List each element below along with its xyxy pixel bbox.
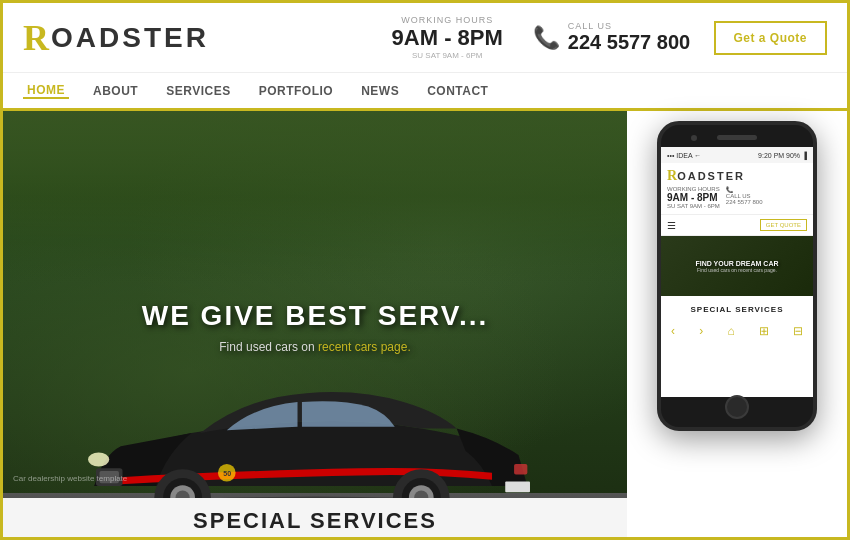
phone-time-sub: SU SAT 9AM - 6PM <box>667 203 720 209</box>
nav-item-contact[interactable]: CONTACT <box>423 84 492 98</box>
svg-point-11 <box>88 452 109 466</box>
phone-hero-title: FIND YOUR DREAM CAR <box>695 260 778 267</box>
main-nav: HOME ABOUT SERVICES PORTFOLIO NEWS CONTA… <box>3 73 847 111</box>
logo-area: R OADSTER <box>23 20 368 56</box>
phone-status-left: ••• IDEA ← <box>667 152 701 159</box>
phone-nav-home-icon[interactable]: ⌂ <box>727 324 734 338</box>
call-info: CALL US 224 5577 800 <box>568 21 690 54</box>
car-container: 50 <box>3 219 627 540</box>
logo-text: OADSTER <box>51 22 209 54</box>
phone-screen: ••• IDEA ← 9:20 PM 90% ▐ R OADSTER WORKI… <box>661 147 813 397</box>
phone-info-row: WORKING HOURS 9AM - 8PM SU SAT 9AM - 6PM… <box>667 186 807 209</box>
phone-status-bar: ••• IDEA ← 9:20 PM 90% ▐ <box>661 147 813 163</box>
svg-rect-12 <box>514 463 527 474</box>
phone-bottom-nav: ‹ › ⌂ ⊞ ⊟ <box>667 318 807 344</box>
phone-logo-r: R <box>667 168 677 184</box>
phone-nav-share[interactable]: ⊟ <box>793 324 803 338</box>
working-hours-sub: SU SAT 9AM - 6PM <box>392 51 503 60</box>
hero-title: WE GIVE BEST SERV... <box>34 300 596 332</box>
phone-speaker <box>717 135 757 140</box>
call-area: 📞 CALL US 224 5577 800 <box>533 21 690 54</box>
svg-rect-13 <box>505 481 530 492</box>
nav-item-news[interactable]: NEWS <box>357 84 403 98</box>
get-quote-button[interactable]: Get a Quote <box>714 21 828 55</box>
phone-hero: FIND YOUR DREAM CAR Find used cars on re… <box>661 236 813 296</box>
phone-home-button[interactable] <box>725 395 749 419</box>
logo-r: R <box>23 20 49 56</box>
phone-icon: 📞 <box>533 25 560 51</box>
phone-nav-forward[interactable]: › <box>699 324 703 338</box>
hero-bottom-label: Car dealership website template <box>13 474 127 483</box>
hero-section: 50 WE GIVE BEST SERV... Find used cars o… <box>3 111 627 540</box>
working-hours: WORKING HOURS 9AM - 8PM SU SAT 9AM - 6PM <box>392 15 503 60</box>
phone-quote-button[interactable]: GET QUOTE <box>760 219 807 231</box>
nav-item-home[interactable]: HOME <box>23 83 69 99</box>
special-services-title: SPECIAL SERVICES <box>193 508 437 534</box>
nav-item-portfolio[interactable]: PORTFOLIO <box>255 84 338 98</box>
phone-nav-row: ☰ GET QUOTE <box>661 215 813 236</box>
phone-header: R OADSTER WORKING HOURS 9AM - 8PM SU SAT… <box>661 163 813 215</box>
phone-hero-content: FIND YOUR DREAM CAR Find used cars on re… <box>695 260 778 273</box>
hamburger-icon[interactable]: ☰ <box>667 220 676 231</box>
phone-bottom-section: SPECIAL SERVICES ‹ › ⌂ ⊞ ⊟ <box>661 296 813 349</box>
main-content: 50 WE GIVE BEST SERV... Find used cars o… <box>3 111 847 540</box>
phone-time: 9AM - 8PM <box>667 192 720 203</box>
nav-item-services[interactable]: SERVICES <box>162 84 234 98</box>
phone-status-right: 9:20 PM 90% ▐ <box>758 152 807 159</box>
phone-special-services: SPECIAL SERVICES <box>667 305 807 314</box>
hero-subtitle: Find used cars on recent cars page. <box>34 340 596 354</box>
working-hours-time: 9AM - 8PM <box>392 25 503 51</box>
call-label: CALL US <box>568 21 690 31</box>
header: R OADSTER WORKING HOURS 9AM - 8PM SU SAT… <box>3 3 847 73</box>
special-services-bar: SPECIAL SERVICES <box>3 498 627 540</box>
hero-subtitle-text: Find used cars on <box>219 340 318 354</box>
hero-subtitle-link[interactable]: recent cars page. <box>318 340 411 354</box>
phone-logo-text: OADSTER <box>677 170 745 182</box>
nav-item-about[interactable]: ABOUT <box>89 84 142 98</box>
working-hours-label: WORKING HOURS <box>392 15 503 25</box>
phone-camera <box>691 135 697 141</box>
hero-text-overlay: WE GIVE BEST SERV... Find used cars on r… <box>34 300 596 354</box>
header-info: WORKING HOURS 9AM - 8PM SU SAT 9AM - 6PM… <box>368 15 713 60</box>
phone-number-small: 224 5577 800 <box>726 199 763 205</box>
phone-nav-back[interactable]: ‹ <box>671 324 675 338</box>
svg-text:50: 50 <box>223 470 231 477</box>
phone-mockup-area: ••• IDEA ← 9:20 PM 90% ▐ R OADSTER WORKI… <box>627 111 847 540</box>
phone-number: 224 5577 800 <box>568 31 690 54</box>
phone-logo: R OADSTER <box>667 168 807 184</box>
phone-call-info: 📞 CALL US 224 5577 800 <box>726 186 763 209</box>
phone-hero-sub: Find used cars on recent cars page. <box>695 267 778 273</box>
phone-nav-grid[interactable]: ⊞ <box>759 324 769 338</box>
phone-working-info: WORKING HOURS 9AM - 8PM SU SAT 9AM - 6PM <box>667 186 720 209</box>
phone-device: ••• IDEA ← 9:20 PM 90% ▐ R OADSTER WORKI… <box>657 121 817 431</box>
